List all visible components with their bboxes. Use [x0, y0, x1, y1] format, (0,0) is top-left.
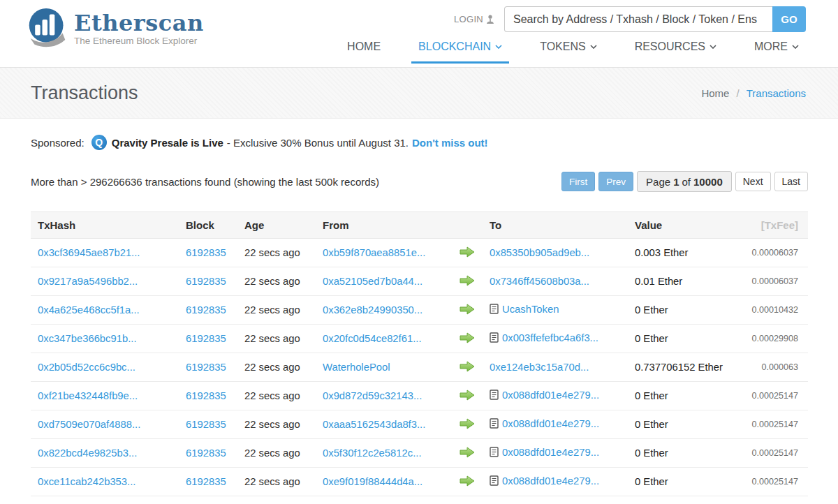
to-link[interactable]: 0x003ffefefbc4a6f3... [502, 332, 598, 343]
from-link[interactable]: 0xa52105ed7b0a44... [323, 276, 422, 287]
block-link[interactable]: 6192835 [186, 476, 226, 487]
transactions-table: TxHash Block Age From To Value [TxFee] 0… [31, 212, 808, 496]
block-link[interactable]: 6192835 [186, 362, 226, 373]
nav-more[interactable]: MORE [747, 40, 806, 64]
value-text: 0.737706152 Ether [635, 362, 723, 373]
sponsored-banner: Sponsored: Q Qravity Presale is Live - E… [31, 135, 808, 150]
arrow-right-icon [459, 274, 476, 290]
txhash-link[interactable]: 0x2b05d52cc6c9bc... [38, 362, 135, 373]
contract-icon [490, 332, 499, 345]
go-button[interactable]: GO [772, 6, 806, 32]
search-input[interactable] [504, 6, 772, 32]
to-link[interactable]: UcashToken [502, 304, 559, 315]
chevron-down-icon [710, 45, 716, 49]
txhash-link[interactable]: 0xce11cab242b353... [38, 476, 135, 487]
block-link[interactable]: 6192835 [186, 447, 226, 459]
arrow-right-icon [459, 245, 476, 261]
value-text: 0.01 Ether [635, 276, 682, 287]
from-link[interactable]: 0xb59f870aea8851e... [323, 247, 425, 258]
txhash-link[interactable]: 0x4a625e468cc5f1a... [38, 304, 140, 316]
col-header-from: From [316, 212, 452, 239]
age-text: 22 secs ago [244, 476, 300, 487]
txhash-link[interactable]: 0xc347be366bc91b... [38, 333, 137, 344]
txhash-link[interactable]: 0x9217a9a5496bb2... [38, 276, 138, 287]
to-link[interactable]: 0xe124eb3c15a70d... [490, 362, 589, 373]
from-link[interactable]: WaterholePool [323, 362, 390, 373]
main-nav: HOME BLOCKCHAIN TOKENS RESOURCES MORE [316, 40, 806, 64]
block-link[interactable]: 6192835 [186, 276, 226, 287]
sponsored-link[interactable]: Don't miss out! [412, 137, 488, 149]
contract-icon [490, 418, 499, 431]
from-link[interactable]: 0xaaa5162543da8f3... [323, 419, 425, 430]
block-link[interactable]: 6192835 [186, 304, 226, 316]
arrow-right-icon [459, 474, 476, 490]
breadcrumb-current[interactable]: Transactions [747, 87, 806, 99]
to-link[interactable]: 0x088dfd01e4e279... [502, 447, 599, 458]
table-row: 0x9217a9a5496bb2... 6192835 22 secs ago … [31, 267, 808, 296]
to-link[interactable]: 0x088dfd01e4e279... [502, 390, 599, 401]
nav-tokens[interactable]: TOKENS [533, 40, 604, 64]
txhash-link[interactable]: 0x822bcd4e9825b3... [38, 447, 137, 459]
last-page-button[interactable]: Last [774, 172, 808, 191]
txfee-text: 0.00006037 [751, 248, 798, 258]
etherscan-logo-icon [27, 7, 68, 50]
txhash-link[interactable]: 0xf21be432448fb9e... [38, 390, 138, 401]
txfee-text: 0.00010432 [751, 305, 798, 315]
nav-blockchain[interactable]: BLOCKCHAIN [411, 40, 509, 64]
nav-home[interactable]: HOME [340, 40, 388, 64]
person-icon [486, 15, 494, 24]
to-link[interactable]: 0x85350b905ad9eb... [490, 247, 589, 258]
txfee-text: 0.00025147 [751, 448, 798, 458]
block-link[interactable]: 6192835 [186, 333, 226, 344]
logo-title: Etherscan [74, 12, 204, 34]
logo-subtitle: The Ethereum Block Explorer [74, 36, 204, 46]
value-text: 0 Ether [635, 419, 668, 430]
from-link[interactable]: 0xe9f019f88444d4a... [323, 476, 422, 487]
sponsored-text: - Exclusive 30% Bonus until August 31. [227, 137, 409, 149]
age-text: 22 secs ago [244, 304, 300, 316]
breadcrumb-home[interactable]: Home [701, 87, 729, 99]
to-link[interactable]: 0x7346ff45608b03a... [490, 276, 589, 287]
value-text: 0 Ether [635, 476, 668, 487]
contract-icon [490, 390, 499, 402]
value-text: 0 Ether [635, 333, 668, 344]
value-text: 0 Ether [635, 390, 668, 401]
breadcrumb-separator: / [737, 87, 740, 99]
col-header-arrow [452, 212, 483, 239]
next-page-button[interactable]: Next [735, 172, 771, 191]
chevron-down-icon [495, 45, 502, 49]
login-link[interactable]: LOGIN [454, 14, 494, 24]
chevron-down-icon [792, 45, 799, 49]
txhash-link[interactable]: 0x3cf36945ae87b21... [38, 247, 140, 258]
prev-page-button[interactable]: Prev [598, 172, 633, 191]
block-link[interactable]: 6192835 [186, 390, 226, 401]
block-link[interactable]: 6192835 [186, 247, 226, 258]
to-link[interactable]: 0x088dfd01e4e279... [502, 475, 599, 487]
from-link[interactable]: 0x20fc0d54ce82f61... [323, 333, 422, 344]
arrow-right-icon [459, 360, 476, 376]
col-header-txfee: [TxFee] [730, 212, 808, 239]
arrow-right-icon [459, 331, 476, 347]
txfee-text: 0.00025147 [751, 420, 798, 429]
site-header: Etherscan The Ethereum Block Explorer LO… [0, 0, 838, 68]
table-row: 0xc347be366bc91b... 6192835 22 secs ago … [31, 325, 808, 353]
first-page-button[interactable]: First [561, 172, 595, 191]
from-link[interactable]: 0x362e8b24990350... [323, 304, 422, 316]
to-link[interactable]: 0x088dfd01e4e279... [502, 418, 599, 429]
contract-icon [490, 475, 499, 488]
etherscan-logo[interactable]: Etherscan The Ethereum Block Explorer [27, 7, 204, 50]
contract-icon [490, 447, 499, 459]
block-link[interactable]: 6192835 [186, 419, 226, 430]
arrow-right-icon [459, 388, 476, 404]
value-text: 0 Ether [635, 447, 668, 459]
table-row: 0xce11cab242b353... 6192835 22 secs ago … [31, 468, 808, 496]
age-text: 22 secs ago [244, 390, 300, 401]
age-text: 22 secs ago [244, 447, 300, 459]
col-header-block: Block [179, 212, 237, 239]
col-header-to: To [483, 212, 628, 239]
from-link[interactable]: 0x5f30f12c2e5812c... [323, 447, 422, 459]
nav-resources[interactable]: RESOURCES [628, 40, 723, 64]
txfee-text: 0.00025147 [751, 477, 798, 487]
from-link[interactable]: 0x9d872d59c32143... [323, 390, 422, 401]
txhash-link[interactable]: 0xd7509e070af4888... [38, 419, 140, 430]
